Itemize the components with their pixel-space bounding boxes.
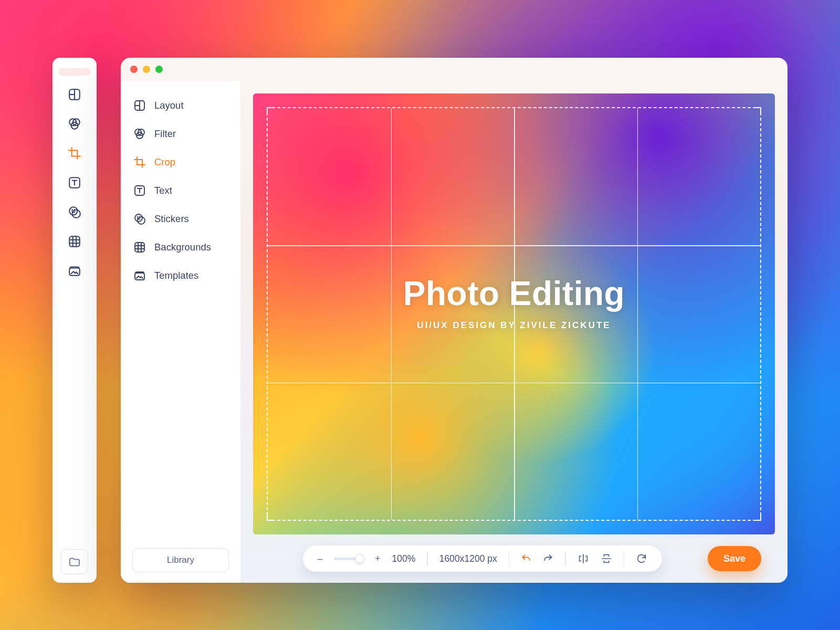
canvas-subtitle: UI/UX DESIGN BY ZIVILE ZICKUTE xyxy=(253,320,775,331)
svg-point-19 xyxy=(140,217,140,217)
svg-rect-10 xyxy=(69,268,80,276)
zoom-in-button[interactable]: + xyxy=(375,553,380,564)
save-button-label: Save xyxy=(723,553,746,564)
separator xyxy=(624,552,625,565)
stickers-icon xyxy=(133,213,146,225)
canvas-title: Photo Editing xyxy=(253,274,775,313)
mini-tool-text[interactable] xyxy=(67,175,82,190)
svg-rect-9 xyxy=(69,236,80,247)
redo-button[interactable] xyxy=(543,553,553,564)
sidebar-item-label: Layout xyxy=(154,100,184,111)
templates-icon xyxy=(133,269,146,282)
sidebar-item-text[interactable]: Text xyxy=(126,177,235,204)
library-button[interactable]: Library xyxy=(132,548,229,572)
window-minimize-icon[interactable] xyxy=(143,66,150,73)
canvas-overlay-text: Photo Editing UI/UX DESIGN BY ZIVILE ZIC… xyxy=(253,274,775,331)
sidebar-item-label: Backgrounds xyxy=(154,242,211,253)
sidebar-item-filter[interactable]: Filter xyxy=(126,121,235,147)
image-canvas[interactable]: Photo Editing UI/UX DESIGN BY ZIVILE ZIC… xyxy=(253,93,775,534)
zoom-slider[interactable] xyxy=(334,558,363,560)
sidebar-item-stickers[interactable]: Stickers xyxy=(126,206,235,232)
sidebar-item-crop[interactable]: Crop xyxy=(126,149,235,175)
separator xyxy=(427,552,428,565)
mini-tool-stickers[interactable] xyxy=(67,205,82,219)
mini-tool-layout[interactable] xyxy=(67,87,82,102)
mini-tool-templates[interactable] xyxy=(67,264,82,278)
editor-window: Layout Filter Crop xyxy=(121,58,788,583)
separator xyxy=(509,552,510,565)
redo-icon xyxy=(543,553,553,564)
mini-toolbar xyxy=(52,58,97,583)
crop-handle-top-right[interactable] xyxy=(753,107,761,116)
flip-horizontal-icon xyxy=(578,553,589,564)
undo-icon xyxy=(521,553,531,564)
window-close-icon[interactable] xyxy=(130,66,138,73)
zoom-out-button[interactable]: – xyxy=(318,553,323,564)
svg-point-8 xyxy=(74,209,75,210)
undo-button[interactable] xyxy=(521,553,531,564)
sidebar-item-label: Filter xyxy=(154,128,176,140)
mini-toolbar-header-accent xyxy=(59,68,90,76)
save-button[interactable]: Save xyxy=(708,546,761,571)
bottom-toolbar: – + 100% 840x630 px xyxy=(253,534,775,583)
sidebar-item-backgrounds[interactable]: Backgrounds xyxy=(126,234,235,260)
svg-rect-21 xyxy=(135,273,144,280)
grid-line xyxy=(268,383,760,384)
crop-icon xyxy=(133,156,146,169)
backgrounds-icon xyxy=(133,241,146,254)
mini-tool-folder[interactable] xyxy=(61,549,88,574)
flip-vertical-icon xyxy=(601,553,612,564)
sidebar-item-label: Crop xyxy=(154,156,175,168)
layout-icon xyxy=(133,99,146,112)
crop-handle-bottom-left[interactable] xyxy=(267,512,275,521)
crop-handle-bottom-right[interactable] xyxy=(753,512,761,521)
crop-handle-top-left[interactable] xyxy=(267,107,275,116)
window-maximize-icon[interactable] xyxy=(155,66,163,73)
zoom-value: 100% xyxy=(392,553,416,564)
filter-icon xyxy=(133,128,146,140)
svg-rect-20 xyxy=(135,243,144,252)
sidebar-item-layout[interactable]: Layout xyxy=(126,92,235,119)
flip-vertical-button[interactable] xyxy=(601,553,612,564)
mini-tool-filter[interactable] xyxy=(67,117,82,131)
sidebar-item-label: Text xyxy=(154,185,172,196)
sidebar-item-templates[interactable]: Templates xyxy=(126,262,235,289)
separator xyxy=(565,552,566,565)
rotate-icon xyxy=(636,553,647,564)
mini-tool-crop[interactable] xyxy=(67,146,82,161)
svg-point-18 xyxy=(138,217,138,217)
canvas-dimensions: 840x630 px xyxy=(439,553,497,564)
sidebar: Layout Filter Crop xyxy=(121,81,240,583)
status-pill: – + 100% 840x630 px xyxy=(303,545,663,572)
text-icon xyxy=(133,184,146,197)
sidebar-item-label: Stickers xyxy=(154,213,189,225)
mini-tool-backgrounds[interactable] xyxy=(67,234,82,249)
canvas-area: Photo Editing UI/UX DESIGN BY ZIVILE ZIC… xyxy=(240,81,788,583)
sidebar-item-label: Templates xyxy=(154,270,198,281)
flip-horizontal-button[interactable] xyxy=(578,553,589,564)
window-titlebar xyxy=(121,58,788,81)
folder-icon xyxy=(68,555,81,568)
library-button-label: Library xyxy=(167,555,194,565)
rotate-button[interactable] xyxy=(636,553,647,564)
zoom-slider-thumb[interactable] xyxy=(355,554,364,563)
grid-line xyxy=(268,245,760,246)
svg-point-7 xyxy=(72,209,72,210)
